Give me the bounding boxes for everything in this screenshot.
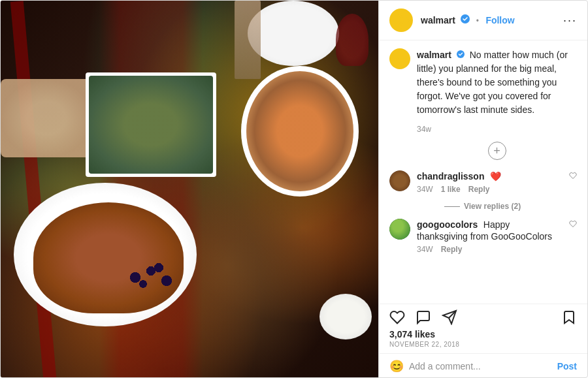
bookmark-icon bbox=[561, 309, 577, 325]
caption-area: walmart No matter how much (or little) y… bbox=[379, 40, 587, 304]
post-content: walmart • Follow ··· bbox=[378, 1, 587, 378]
action-buttons-row bbox=[389, 309, 577, 325]
caption-verified-icon bbox=[457, 51, 466, 60]
view-replies-line bbox=[444, 206, 460, 207]
more-options-button[interactable]: ··· bbox=[563, 14, 577, 27]
comment-input-area: 😊 Post bbox=[379, 353, 587, 378]
caption-timestamp: 34w bbox=[379, 122, 587, 139]
comment-1-content: chandraglisson ❤️ 34W 1 like Reply bbox=[417, 170, 563, 194]
comment-1-username[interactable]: chandraglisson bbox=[417, 171, 484, 181]
view-replies-button[interactable]: View replies (2) bbox=[417, 199, 587, 213]
walmart-logo-header bbox=[391, 10, 411, 30]
rolls bbox=[1, 79, 92, 157]
walmart-logo-caption bbox=[393, 52, 407, 66]
post-image bbox=[1, 1, 378, 378]
emoji-button[interactable]: 😊 bbox=[389, 359, 404, 373]
header-verified-icon bbox=[461, 16, 472, 25]
caption-avatar bbox=[389, 48, 410, 69]
fork bbox=[235, 1, 261, 79]
comment-1-likes: 1 like bbox=[441, 185, 461, 194]
comment-button[interactable] bbox=[416, 309, 431, 325]
white-pumpkin bbox=[319, 294, 372, 339]
plus-circle-icon[interactable]: + bbox=[488, 142, 506, 160]
comment-2-avatar bbox=[389, 219, 410, 240]
comment-2: googoocolors Happy thanksgiving from Goo… bbox=[379, 213, 587, 259]
comment-1-heart: ❤️ bbox=[490, 171, 501, 181]
caption-username[interactable]: walmart bbox=[417, 50, 451, 60]
comment-1-meta: 34W 1 like Reply bbox=[417, 185, 563, 194]
comment-input[interactable] bbox=[409, 361, 552, 371]
wine-glass bbox=[336, 14, 368, 66]
post-date: NOVEMBER 22, 2018 bbox=[389, 341, 577, 348]
comment-1-avatar-img bbox=[389, 170, 410, 191]
header-dot: • bbox=[476, 16, 479, 25]
turkey bbox=[33, 202, 184, 313]
comment-2-content: googoocolors Happy thanksgiving from Goo… bbox=[417, 219, 563, 254]
likes-count: 3,074 likes bbox=[389, 329, 577, 339]
follow-button[interactable]: Follow bbox=[485, 15, 514, 25]
header-avatar bbox=[389, 8, 413, 32]
comment-icon bbox=[416, 309, 431, 325]
comment-2-like-button[interactable] bbox=[569, 219, 577, 230]
comment-2-time: 34W bbox=[417, 245, 433, 254]
header-username[interactable]: walmart bbox=[421, 15, 455, 25]
comment-2-reply-button[interactable]: Reply bbox=[441, 245, 463, 254]
view-replies-text[interactable]: View replies (2) bbox=[464, 202, 521, 211]
comment-1-reply-button[interactable]: Reply bbox=[468, 185, 490, 194]
comment-1-avatar bbox=[389, 170, 410, 191]
caption-block: walmart No matter how much (or little) y… bbox=[379, 40, 587, 117]
header-info: walmart • Follow bbox=[421, 14, 515, 26]
sprouts-content bbox=[89, 76, 213, 174]
instagram-post: walmart • Follow ··· bbox=[0, 0, 588, 378]
comment-2-meta: 34W Reply bbox=[417, 245, 563, 254]
comment-1-time: 34W bbox=[417, 185, 433, 194]
post-actions: 3,074 likes NOVEMBER 22, 2018 bbox=[379, 304, 587, 353]
bookmark-button[interactable] bbox=[561, 309, 577, 325]
blueberries bbox=[125, 261, 177, 294]
post-comment-button[interactable]: Post bbox=[557, 361, 577, 371]
comment-2-avatar-img bbox=[389, 219, 410, 240]
caption-text-block: walmart No matter how much (or little) y… bbox=[417, 48, 577, 117]
comment-1: chandraglisson ❤️ 34W 1 like Reply bbox=[379, 165, 587, 199]
post-header: walmart • Follow ··· bbox=[379, 1, 587, 40]
share-button[interactable] bbox=[442, 309, 457, 325]
veggies-content bbox=[246, 71, 353, 191]
translate-button[interactable]: + bbox=[417, 142, 577, 160]
like-button[interactable] bbox=[389, 309, 405, 325]
heart-icon bbox=[389, 309, 405, 325]
top-plate bbox=[248, 1, 339, 66]
comment-1-like-button[interactable] bbox=[569, 170, 577, 182]
comment-2-username[interactable]: googoocolors bbox=[417, 219, 478, 230]
share-icon bbox=[442, 309, 457, 325]
tablecloth-runner bbox=[10, 1, 56, 378]
food-photo bbox=[1, 1, 378, 378]
